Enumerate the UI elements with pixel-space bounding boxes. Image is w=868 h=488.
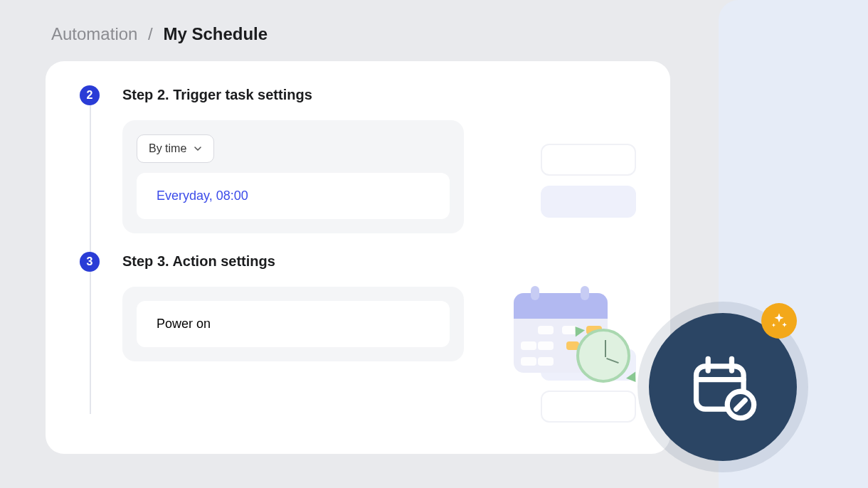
step-2-title: Step 2. Trigger task settings	[122, 87, 642, 103]
action-value-text: Power on	[157, 317, 211, 331]
calendar-clock-icon	[512, 283, 639, 390]
breadcrumb-current: My Schedule	[163, 24, 268, 43]
step-3-body: Power on	[122, 287, 464, 361]
action-value-box[interactable]: Power on	[137, 301, 450, 347]
sparkle-icon	[761, 303, 797, 339]
step-3-badge: 3	[80, 252, 100, 272]
breadcrumb: Automation / My Schedule	[51, 24, 268, 44]
schedule-edit-icon	[686, 350, 760, 424]
schedule-value-text: Everyday, 08:00	[157, 189, 248, 203]
breadcrumb-parent[interactable]: Automation	[51, 24, 137, 43]
chevron-down-icon	[194, 144, 202, 153]
schedule-value-box[interactable]: Everyday, 08:00	[137, 173, 450, 219]
preview-box-4	[541, 391, 636, 423]
settings-card: 2 Step 2. Trigger task settings By time …	[46, 61, 670, 454]
step-2-badge: 2	[80, 85, 100, 105]
trigger-type-label: By time	[149, 142, 186, 155]
trigger-type-select[interactable]: By time	[137, 134, 214, 163]
breadcrumb-separator: /	[148, 24, 153, 43]
preview-box-1	[541, 144, 636, 176]
preview-box-2	[541, 186, 636, 218]
step-2-body: By time Everyday, 08:00	[122, 120, 464, 233]
